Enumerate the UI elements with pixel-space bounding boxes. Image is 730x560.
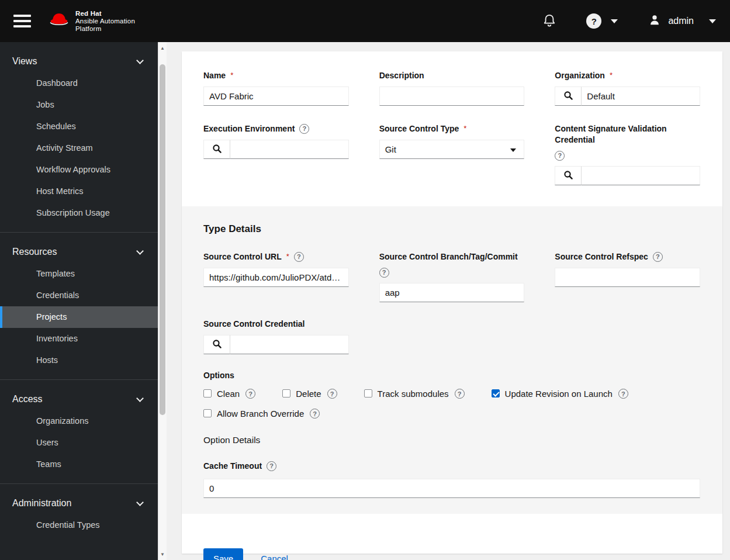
sidebar-item-host-metrics[interactable]: Host Metrics (0, 181, 158, 202)
sidebar-item-organizations[interactable]: Organizations (0, 410, 158, 432)
sidebar-item-credential-types[interactable]: Credential Types (0, 514, 158, 536)
sidebar-item-activity-stream[interactable]: Activity Stream (0, 137, 158, 159)
execution-environment-search-button[interactable] (203, 140, 230, 159)
chevron-down-icon (136, 57, 144, 64)
name-field-group: Name * (203, 70, 349, 106)
source-control-type-label: Source Control Type (379, 123, 459, 134)
chevron-down-icon (136, 395, 144, 402)
allow-branch-override-checkbox[interactable] (203, 409, 212, 417)
save-button[interactable]: Save (203, 548, 243, 560)
organization-label: Organization (555, 70, 605, 81)
source-control-url-input[interactable] (203, 268, 349, 287)
brand-text: Red Hat Ansible Automation Platform (75, 10, 135, 33)
sidebar-item-dashboard[interactable]: Dashboard (0, 72, 158, 94)
sidebar-item-workflow-approvals[interactable]: Workflow Approvals (0, 159, 158, 181)
source-control-credential-search-button[interactable] (203, 335, 230, 354)
scroll-down-arrow-icon[interactable]: ▼ (158, 549, 167, 559)
sidebar-item-hosts[interactable]: Hosts (0, 350, 158, 371)
name-label: Name (203, 70, 226, 81)
sidebar-nav: Views Dashboard Jobs Schedules Activity … (0, 42, 158, 560)
nav-group-toggle-resources[interactable]: Resources (0, 243, 158, 263)
cache-timeout-field-group: Cache Timeout ? (203, 461, 700, 498)
sidebar-item-users[interactable]: Users (0, 432, 158, 454)
option-update-revision-on-launch[interactable]: Update Revision on Launch ? (492, 388, 628, 399)
help-menu[interactable]: ? (586, 13, 618, 29)
content-signature-credential-label: Content Signature Validation Credential (555, 123, 700, 146)
app: Red Hat Ansible Automation Platform ? (0, 0, 730, 560)
execution-environment-field-group: Execution Environment ? (203, 123, 349, 159)
help-icon[interactable]: ? (310, 409, 320, 419)
name-input[interactable] (203, 87, 349, 106)
required-asterisk: * (286, 251, 289, 261)
organization-input[interactable] (582, 87, 700, 106)
red-hat-logo-icon (48, 12, 70, 30)
delete-checkbox[interactable] (282, 389, 290, 397)
user-menu[interactable]: admin (648, 13, 716, 29)
sidebar-item-jobs[interactable]: Jobs (0, 94, 158, 116)
scroll-up-arrow-icon[interactable]: ▲ (158, 43, 167, 53)
chevron-down-icon (709, 19, 716, 23)
source-control-type-select[interactable]: Git (379, 140, 525, 159)
help-icon[interactable]: ? (379, 268, 389, 278)
option-track-submodules[interactable]: Track submodules ? (364, 388, 465, 399)
help-icon[interactable]: ? (327, 389, 337, 399)
nav-group-toggle-administration[interactable]: Administration (0, 495, 158, 514)
sidebar-item-projects[interactable]: Projects (0, 306, 158, 328)
clean-checkbox[interactable] (203, 389, 212, 397)
source-control-url-field-group: Source Control URL * ? (203, 251, 349, 287)
execution-environment-label: Execution Environment (203, 123, 295, 134)
sidebar-item-credentials[interactable]: Credentials (0, 285, 158, 306)
source-control-type-field-group: Source Control Type * Git (379, 123, 525, 159)
sidebar-item-teams[interactable]: Teams (0, 454, 158, 475)
content-signature-credential-search-button[interactable] (555, 166, 582, 185)
sidebar-item-inventories[interactable]: Inventories (0, 328, 158, 350)
masthead-right: ? admin (538, 9, 716, 34)
help-icon[interactable]: ? (294, 252, 304, 262)
help-icon[interactable]: ? (555, 151, 565, 161)
project-edit-form-card: Name * Description (182, 51, 722, 554)
content-signature-credential-input[interactable] (582, 166, 700, 185)
sidebar-scrollbar[interactable]: ▲ ▼ (158, 42, 167, 560)
option-details-section: Option Details Cache Timeout ? (203, 435, 700, 498)
bell-icon (543, 13, 556, 29)
track-submodules-checkbox[interactable] (364, 389, 372, 397)
nav-group-toggle-access[interactable]: Access (0, 390, 158, 410)
execution-environment-input[interactable] (230, 140, 349, 159)
search-icon (563, 91, 573, 102)
sidebar-item-subscription-usage[interactable]: Subscription Usage (0, 202, 158, 224)
help-icon[interactable]: ? (299, 124, 309, 134)
sidebar-item-templates[interactable]: Templates (0, 263, 158, 285)
option-details-title: Option Details (203, 435, 700, 445)
cancel-button[interactable]: Cancel (257, 554, 292, 560)
form-top-section: Name * Description (182, 51, 722, 206)
source-control-branch-input[interactable] (379, 283, 525, 302)
help-icon[interactable]: ? (618, 389, 628, 399)
cache-timeout-input[interactable] (203, 479, 700, 498)
search-icon (563, 170, 573, 182)
type-details-title: Type Details (203, 223, 700, 235)
options-section: Options Clean ? Delete ? (203, 371, 700, 419)
nav-toggle-button[interactable] (9, 8, 35, 34)
source-control-credential-input[interactable] (230, 335, 349, 354)
description-field-group: Description (379, 70, 525, 106)
description-input[interactable] (379, 87, 525, 106)
nav-group-administration: Administration Credential Types (0, 484, 158, 544)
type-details-subform: Type Details Source Control URL * ? (182, 206, 722, 514)
notifications-bell-button[interactable] (538, 9, 561, 34)
nav-group-toggle-views[interactable]: Views (0, 53, 158, 72)
organization-search-button[interactable] (555, 87, 582, 106)
help-icon[interactable]: ? (267, 461, 276, 471)
help-icon[interactable]: ? (245, 389, 255, 399)
option-clean[interactable]: Clean ? (203, 388, 255, 399)
source-control-refspec-input[interactable] (555, 268, 700, 287)
option-allow-branch-override[interactable]: Allow Branch Override ? (203, 408, 320, 419)
update-revision-checkbox[interactable] (492, 389, 500, 397)
option-delete[interactable]: Delete ? (282, 388, 337, 399)
help-icon[interactable]: ? (653, 252, 663, 262)
help-icon[interactable]: ? (455, 389, 465, 399)
chevron-down-icon (136, 247, 144, 255)
user-icon (648, 13, 661, 29)
sidebar-item-schedules[interactable]: Schedules (0, 116, 158, 137)
scrollbar-thumb[interactable] (160, 64, 165, 415)
nav-group-views: Views Dashboard Jobs Schedules Activity … (0, 42, 158, 233)
